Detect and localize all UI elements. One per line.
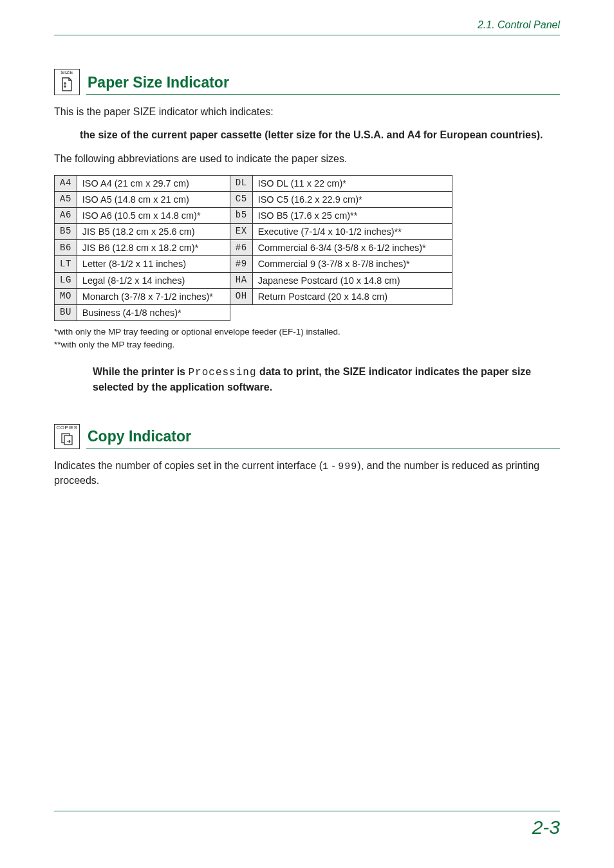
table-row: LTLetter (8-1/2 x 11 inches)#9Commercial… xyxy=(55,256,452,272)
size-desc: JIS B5 (18.2 cm x 25.6 cm) xyxy=(77,224,230,240)
size-desc: JIS B6 (12.8 cm x 18.2 cm)* xyxy=(77,240,230,256)
table-row: B5JIS B5 (18.2 cm x 25.6 cm)EXExecutive … xyxy=(55,224,452,240)
copies-icon xyxy=(59,432,75,446)
size-intro: This is the paper SIZE indicator which i… xyxy=(54,105,560,119)
copy-heading-row: COPIES Copy Indicator xyxy=(54,424,560,448)
size-indent: the size of the current paper cassette (… xyxy=(80,128,560,142)
size-desc: ISO A4 (21 cm x 29.7 cm) xyxy=(77,175,230,191)
table-row: MOMonarch (3-7/8 x 7-1/2 inches)*OHRetur… xyxy=(55,288,452,304)
size-code: EX xyxy=(230,224,252,240)
table-row: B6JIS B6 (12.8 cm x 18.2 cm)*#6Commercia… xyxy=(55,240,452,256)
size-code: b5 xyxy=(230,208,252,224)
size-desc: ISO B5 (17.6 x 25 cm)** xyxy=(252,208,452,224)
size-desc: Business (4-1/8 nches)* xyxy=(77,304,230,320)
page-icon xyxy=(60,77,73,92)
size-desc: ISO A5 (14.8 cm x 21 cm) xyxy=(77,191,230,207)
size-desc: Return Postcard (20 x 14.8 cm) xyxy=(252,288,452,304)
size-code: A6 xyxy=(55,208,77,224)
copy-pre: Indicates the number of copies set in th… xyxy=(54,460,322,471)
size-desc: Executive (7-1/4 x 10-1/2 inches)** xyxy=(252,224,452,240)
size-desc: Letter (8-1/2 x 11 inches) xyxy=(77,256,230,272)
size-desc: Monarch (3-7/8 x 7-1/2 inches)* xyxy=(77,288,230,304)
note-mono: Processing xyxy=(188,367,256,378)
note-pre: While the printer is xyxy=(93,366,188,377)
size-lead: The following abbreviations are used to … xyxy=(54,152,560,166)
copy-mono1: 1 xyxy=(322,461,329,472)
footnote-1: *with only the MP tray feeding or option… xyxy=(54,326,560,338)
size-code: #9 xyxy=(230,256,252,272)
size-desc: ISO A6 (10.5 cm x 14.8 cm)* xyxy=(77,208,230,224)
size-desc: Commercial 9 (3-7/8 x 8-7/8 inches)* xyxy=(252,256,452,272)
size-desc: ISO DL (11 x 22 cm)* xyxy=(252,175,452,191)
size-code: LG xyxy=(55,272,77,288)
size-desc: Legal (8-1/2 x 14 inches) xyxy=(77,272,230,288)
table-row: A4ISO A4 (21 cm x 29.7 cm)DLISO DL (11 x… xyxy=(55,175,452,191)
size-icon-caption: SIZE xyxy=(60,70,73,75)
copy-body: Indicates the number of copies set in th… xyxy=(54,459,560,488)
size-code: MO xyxy=(55,288,77,304)
size-indicator-iconbox: SIZE xyxy=(54,69,80,95)
size-code: DL xyxy=(230,175,252,191)
size-desc: Japanese Postcard (10 x 14.8 cm) xyxy=(252,272,452,288)
size-code: B6 xyxy=(55,240,77,256)
copy-icon-caption: COPIES xyxy=(56,425,77,430)
running-head: 2.1. Control Panel xyxy=(54,19,560,35)
copy-mid: - xyxy=(329,460,338,471)
size-heading: Paper Size Indicator xyxy=(88,74,229,91)
svg-rect-1 xyxy=(64,436,72,445)
table-row: A5ISO A5 (14.8 cm x 21 cm)C5ISO C5 (16.2… xyxy=(55,191,452,207)
copy-heading: Copy Indicator xyxy=(88,428,191,445)
size-code: OH xyxy=(230,288,252,304)
page-footer: 2-3 xyxy=(54,811,560,838)
size-desc: ISO C5 (16.2 x 22.9 cm)* xyxy=(252,191,452,207)
size-code: B5 xyxy=(55,224,77,240)
size-desc: Commercial 6-3/4 (3-5/8 x 6-1/2 inches)* xyxy=(252,240,452,256)
size-code: #6 xyxy=(230,240,252,256)
paper-size-table: A4ISO A4 (21 cm x 29.7 cm)DLISO DL (11 x… xyxy=(54,175,452,321)
footnote-2: **with only the MP tray feeding. xyxy=(54,339,560,351)
size-code: LT xyxy=(55,256,77,272)
size-code: BU xyxy=(55,304,77,320)
size-code: A4 xyxy=(55,175,77,191)
table-row: A6ISO A6 (10.5 cm x 14.8 cm)*b5ISO B5 (1… xyxy=(55,208,452,224)
processing-note: While the printer is Processing data to … xyxy=(93,365,560,394)
table-row: BUBusiness (4-1/8 nches)* xyxy=(55,304,452,320)
size-code: HA xyxy=(230,272,252,288)
copy-indicator-iconbox: COPIES xyxy=(54,424,80,449)
size-code: C5 xyxy=(230,191,252,207)
table-row: LGLegal (8-1/2 x 14 inches)HAJapanese Po… xyxy=(55,272,452,288)
size-code: A5 xyxy=(55,191,77,207)
size-heading-row: SIZE Paper Size Indicator xyxy=(54,69,560,95)
copy-mono2: 999 xyxy=(338,461,357,472)
page-number: 2-3 xyxy=(532,817,560,838)
